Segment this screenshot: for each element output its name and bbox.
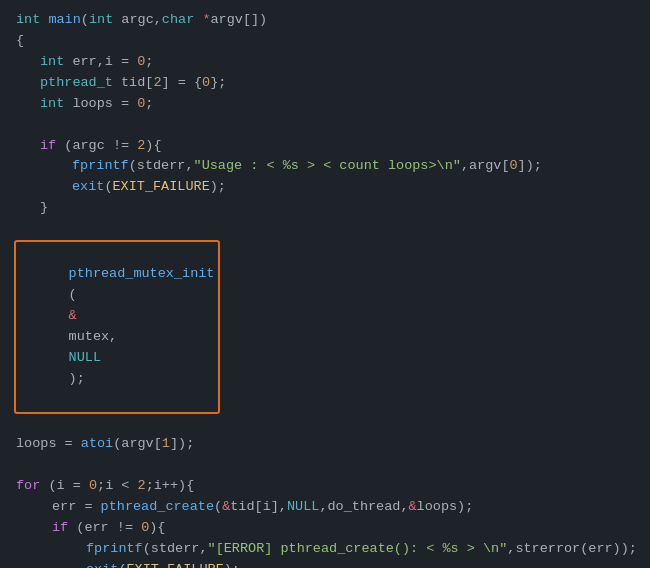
code-line-7: if (argc != 2 ){ <box>0 136 650 157</box>
code-line-16: for (i = 0 ;i < 2 ;i++){ <box>0 476 650 497</box>
code-line-17: err = pthread_create ( & tid[i], NULL ,d… <box>0 497 650 518</box>
code-line-18: if (err != 0 ){ <box>0 518 650 539</box>
keyword-int: int <box>16 10 40 31</box>
fn-main: main <box>48 10 80 31</box>
code-line-4: pthread_t tid[ 2 ] = { 0 }; <box>0 73 650 94</box>
code-line-20: exit ( EXIT_FAILURE ); <box>0 560 650 568</box>
code-line-14: loops = atoi (argv[ 1 ]); <box>0 434 650 455</box>
code-line-9: exit ( EXIT_FAILURE ); <box>0 177 650 198</box>
code-line-8: fprintf (stderr, "Usage : < %s > < count… <box>0 156 650 177</box>
code-editor: int main ( int argc, char * argv[]) { in… <box>0 0 650 568</box>
code-line-2: { <box>0 31 650 52</box>
code-line-3: int err,i = 0 ; <box>0 52 650 73</box>
code-line-6 <box>0 115 650 136</box>
code-line-12-highlight: pthread_mutex_init ( & mutex, NULL ); <box>0 240 650 413</box>
highlight-box-init: pthread_mutex_init ( & mutex, NULL ); <box>14 240 220 413</box>
code-line-5: int loops = 0 ; <box>0 94 650 115</box>
code-line-11 <box>0 219 650 240</box>
code-line-1: int main ( int argc, char * argv[]) <box>0 10 650 31</box>
code-line-13 <box>0 414 650 435</box>
code-line-15 <box>0 455 650 476</box>
code-line-19: fprintf (stderr, "[ERROR] pthread_create… <box>0 539 650 560</box>
code-line-10: } <box>0 198 650 219</box>
